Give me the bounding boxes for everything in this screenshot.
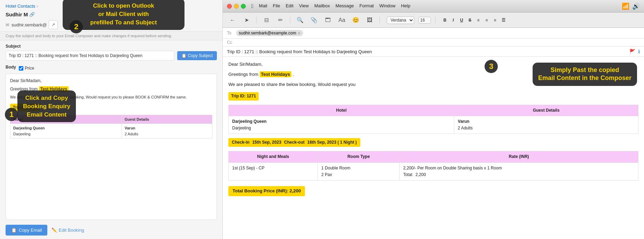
minimize-button[interactable] [234, 4, 239, 9]
align-right-button[interactable]: ≡ [491, 16, 499, 24]
mail-hotel-cell: Darjeeling Queen Darjeeling [229, 116, 454, 134]
copy-email-icon: 📋 [11, 228, 17, 233]
checkout-date: 16th Sep, 2023 ( 1 Night ) [307, 139, 357, 146]
menu-mailbox[interactable]: Mailbox [314, 3, 330, 9]
left-panel: Hotel Contacts › Sudhir M 🔗 ✉ sudhir.sem… [0, 0, 223, 239]
compose-icon[interactable]: ✏ [275, 15, 286, 25]
edit-booking-button[interactable]: ✏️ Edit Booking [52, 228, 84, 233]
close-button[interactable] [227, 4, 232, 9]
menu-mail[interactable]: Mail [259, 3, 267, 9]
to-field[interactable]: To sudhir.sembark@example.com ✕ [223, 28, 644, 39]
send-icon[interactable]: ➤ [241, 15, 252, 25]
to-label: To [227, 31, 234, 35]
subject-section: Subject Trip ID : 1271 :: Booking reques… [0, 40, 222, 63]
checkin-label: Check-in [232, 139, 250, 146]
col-rate-header: Rate (INR) [400, 151, 638, 162]
font-size-input[interactable] [418, 17, 431, 24]
breadcrumb-sep: › [37, 3, 38, 9]
strikethrough-button[interactable]: S [466, 16, 474, 24]
menu-edit[interactable]: Edit [286, 3, 293, 9]
back-icon[interactable]: ← [227, 15, 238, 25]
emoji-icon[interactable]: 😊 [350, 15, 361, 25]
menu-help[interactable]: Help [401, 3, 410, 9]
copy-subject-icon: 📋 [181, 53, 187, 58]
price-checkbox[interactable] [19, 66, 23, 71]
body-label-row: Body Price [6, 65, 217, 72]
breadcrumb-link[interactable]: Hotel Contacts [6, 3, 35, 9]
link-icon: 🔗 [29, 12, 35, 17]
font-selector[interactable]: Verdana [387, 16, 414, 24]
chip-close-icon[interactable]: ✕ [298, 31, 300, 35]
volume-icon: 🔊 [632, 2, 640, 10]
wifi-icon: 📶 [622, 2, 629, 10]
align-center-button[interactable]: ≡ [483, 16, 490, 24]
align-left-button[interactable]: ≡ [474, 16, 482, 24]
hotel-cell-left: Darjeeling Queen Darjeeling [10, 124, 122, 138]
menu-file[interactable]: File [273, 3, 280, 9]
bold-button[interactable]: B [441, 16, 449, 24]
menu-view[interactable]: View [299, 3, 309, 9]
checkin-bar: Check-in 15th Sep, 2023 Check-out 16th S… [228, 137, 638, 148]
mac-titlebar:  Mail File Edit View Mailbox Message Fo… [223, 0, 644, 13]
subject-mail-text: Trip ID : 1271 :: Booking request from T… [227, 49, 372, 54]
subject-field[interactable]: Trip ID : 1271 :: Booking request from T… [223, 47, 644, 57]
col-nights-header: Night and Meals [229, 151, 318, 162]
copy-info-text: Copy the subject and body to your Email … [0, 31, 222, 40]
compose-area: To sudhir.sembark@example.com ✕ Cc Trip … [223, 28, 644, 239]
paperclip-icon[interactable]: 📎 [308, 15, 320, 25]
trip-id-box-left: Trip ID: 1271 [10, 104, 40, 111]
underline-button[interactable]: U [458, 16, 465, 24]
menu-message[interactable]: Message [336, 3, 354, 9]
maximize-button[interactable] [241, 4, 246, 9]
search-icon[interactable]: 🔍 [294, 15, 306, 25]
copy-email-button[interactable]: 📋 Copy Email [6, 225, 47, 236]
hotel-table-left: Hotel Guest Details Darjeeling Queen Dar… [10, 115, 212, 139]
window-icon[interactable]: 🗔 [322, 15, 333, 25]
toolbar-sep-4 [435, 17, 435, 24]
open-mail-button[interactable]: ↗ [49, 20, 58, 29]
mail-greeting: Dear Sir/Madam, [228, 61, 638, 68]
toolbar-sep-2 [290, 17, 290, 24]
price-checkbox-label[interactable]: Price [19, 66, 34, 71]
email-body1-left: We are pleased to share the below bookin… [10, 94, 212, 100]
mail-toolbar: ← ➤ ⊟ ✏ 🔍 📎 🗔 Aa 😊 🖼 Verdana B I U S ≡ ≡… [223, 13, 644, 28]
list-button[interactable]: ☰ [500, 16, 507, 24]
col-room-header: Room Type [318, 151, 400, 162]
contact-header: Sudhir M 🔗 [0, 10, 222, 20]
italic-button[interactable]: I [449, 16, 457, 24]
mail-company-highlight: Test Holidays [260, 71, 292, 77]
mail-body-line1: We are pleased to share the below bookin… [228, 81, 638, 88]
body-section: Body Price Dear Sir/Madam, Greetings fro… [0, 63, 222, 222]
to-email-chip[interactable]: sudhir.sembark@example.com ✕ [236, 30, 303, 36]
menu-window[interactable]: Window [379, 3, 395, 9]
mail-hotel-header: Hotel [229, 105, 454, 116]
rate1-cell: 2,200/- Per Room on Double Sharing basis… [400, 162, 638, 180]
font-size-icon[interactable]: Aa [336, 15, 347, 25]
contact-name: Sudhir M 🔗 [6, 11, 35, 17]
copy-subject-button[interactable]: 📋 Copy Subject [177, 51, 217, 60]
apple-menu[interactable]:  [251, 3, 253, 9]
mail-body: Dear Sir/Madam, Greetings from Test Holi… [223, 57, 644, 239]
night1-cell: 1st (15 Sep) - CP [229, 162, 318, 180]
sidebar-icon[interactable]: ⊟ [261, 15, 272, 25]
menu-format[interactable]: Format [360, 3, 374, 9]
to-email-text: sudhir.sembark@example.com [239, 31, 296, 35]
body-label: Body [6, 65, 16, 70]
total-bar: Total Booking Price (INR): 2,200 [228, 186, 305, 196]
company-highlight-left: Test Holidays [39, 86, 69, 92]
guest-cell-left: Varun 2 Adults [122, 124, 212, 138]
external-link-icon: ↗ [52, 22, 55, 27]
email-greeting-left: Dear Sir/Madam, [10, 78, 212, 84]
contact-email: sudhir.sembark@ [11, 22, 47, 27]
mail-guest-cell: Varun 2 Adults [454, 116, 638, 134]
contact-email-row: ✉ sudhir.sembark@ ↗ [0, 20, 222, 31]
info-icon: ℹ [638, 49, 640, 54]
image-icon[interactable]: 🖼 [364, 15, 375, 25]
action-row: 📋 Copy Email ✏️ Edit Booking [0, 222, 222, 239]
breadcrumb: Hotel Contacts › [0, 0, 222, 10]
cc-field[interactable]: Cc [223, 39, 644, 47]
mail-hotel-table: Hotel Guest Details Darjeeling Queen Dar… [228, 105, 638, 134]
flag-icon[interactable]: 🚩 [629, 49, 635, 54]
edit-icon: ✏️ [52, 228, 57, 233]
format-buttons: B I U S ≡ ≡ ≡ ☰ [441, 16, 507, 24]
